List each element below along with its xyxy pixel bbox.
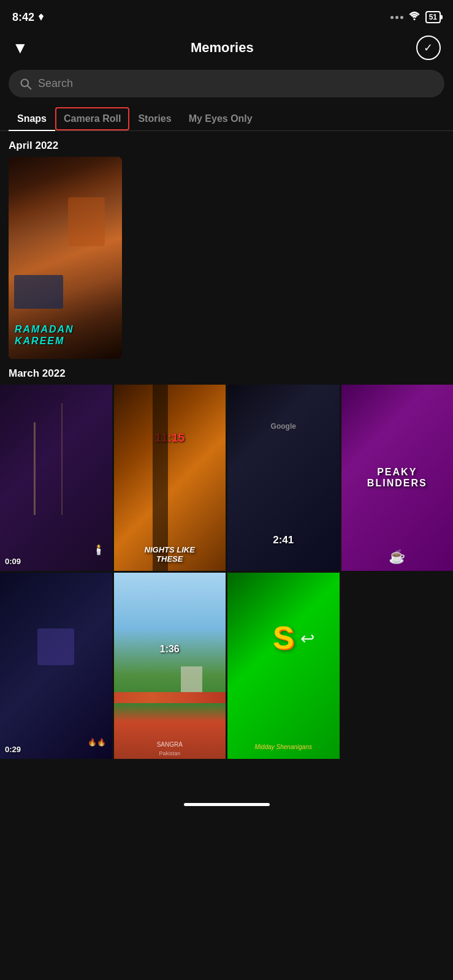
scroll-spacer [0,759,453,796]
signal-dots [390,16,403,19]
search-icon [20,78,32,90]
home-indicator-area [0,796,453,811]
march-5-duration: 0:29 [5,745,21,754]
check-button[interactable]: ✓ [416,36,441,60]
svg-line-2 [28,85,31,88]
home-bar [184,803,270,806]
tab-camera-roll[interactable]: Camera Roll [55,107,129,130]
battery-indicator: 51 [425,11,441,23]
svg-point-0 [413,18,415,20]
march-row-1: 0:09 🕯️ 11:15 NIGHTS LIKETHESE Google 2:… [0,385,453,571]
signal-dot-1 [390,16,394,19]
april-snap-1[interactable]: RAMADAN KAREEM [9,157,122,359]
march-row-2: 0:29 🔥🔥 1:36 SANGRA Pakistan S ↩ Midday … [0,573,453,759]
tab-snaps[interactable]: Snaps [9,107,55,130]
header: ▼ Memories ✓ [0,31,453,70]
tab-my-eyes-only[interactable]: My Eyes Only [180,107,261,130]
march-thumb-7[interactable]: S ↩ Midday Shenanigans [227,573,340,759]
tab-stories[interactable]: Stories [129,107,180,130]
april-snap-overlay: RAMADAN KAREEM [15,323,74,347]
march-6-time: 1:36 [160,644,180,655]
march-thumb-6[interactable]: 1:36 SANGRA Pakistan [114,573,226,759]
march-4-overlay: PEAKYBLINDERS [367,467,427,488]
april-grid: RAMADAN KAREEM [0,157,453,359]
march-thumb-2[interactable]: 11:15 NIGHTS LIKETHESE [114,385,226,571]
wifi-icon [408,12,421,23]
search-container: Search [0,70,453,107]
search-bar[interactable]: Search [9,70,444,97]
march-thumb-3[interactable]: Google 2:41 [227,385,340,571]
page-title: Memories [191,40,254,56]
section-march-header: March 2022 [0,359,453,385]
march-thumb-1[interactable]: 0:09 🕯️ [0,385,112,571]
march-2-overlay: NIGHTS LIKETHESE [145,545,195,564]
section-april-header: April 2022 [0,131,453,157]
status-time: 8:42 [12,11,45,24]
march-thumb-empty [341,573,454,759]
location-icon [37,13,45,21]
search-placeholder: Search [38,77,73,90]
march-6-sublabel: Pakistan [159,750,180,756]
march-1-duration: 0:09 [5,557,21,566]
tabs-bar: Snaps Camera Roll Stories My Eyes Only [0,107,453,131]
signal-dot-2 [395,16,398,19]
signal-dot-3 [400,16,403,19]
march-6-label: SANGRA [157,741,183,748]
march-thumb-4[interactable]: PEAKYBLINDERS ☕ [341,385,454,571]
status-right: 51 [390,11,441,23]
march-thumb-5[interactable]: 0:29 🔥🔥 [0,573,112,759]
march-3-time: 2:41 [273,534,294,546]
status-bar: 8:42 51 [0,0,453,31]
back-chevron[interactable]: ▼ [12,39,28,58]
march-7-label: Midday Shenanigans [255,744,312,750]
